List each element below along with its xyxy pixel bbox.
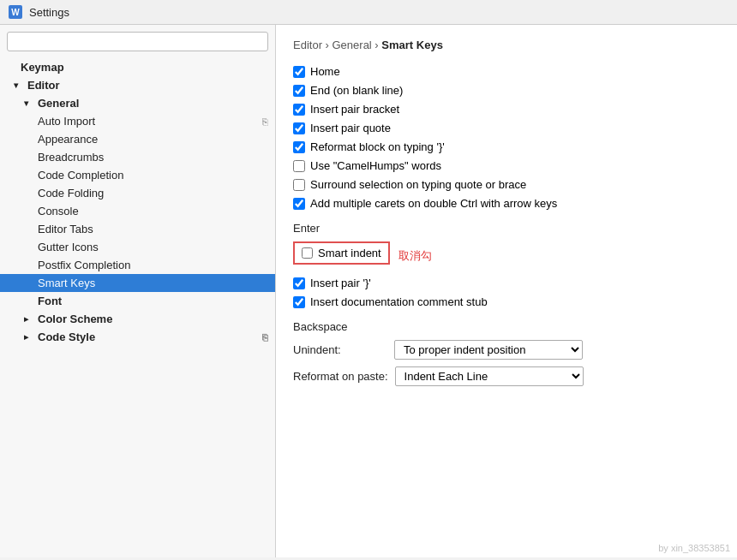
insert-pair-quote-label: Insert pair quote	[310, 122, 391, 134]
title-bar: W Settings	[0, 0, 737, 25]
chevron-right-icon	[24, 332, 34, 342]
home-label: Home	[310, 65, 340, 78]
checkbox-row-multiple-carets: Add multiple carets on double Ctrl with …	[293, 197, 720, 210]
smart-indent-checkbox[interactable]	[302, 247, 313, 259]
smart-indent-label: Smart indent	[318, 247, 381, 259]
reformat-block-checkbox[interactable]	[293, 141, 305, 153]
insert-doc-comment-label: Insert documentation comment stub	[310, 295, 488, 308]
unindent-select[interactable]: To proper indent positionTo previous ind…	[394, 340, 583, 360]
reformat-paste-label: Reformat on paste:	[293, 370, 388, 383]
search-input[interactable]	[7, 32, 268, 51]
backspace-section-label: Backspace	[293, 320, 720, 333]
sidebar-item-label: General	[38, 97, 79, 110]
sidebar-item-editor[interactable]: Editor	[0, 76, 275, 94]
sidebar-item-label: Appearance	[38, 133, 98, 146]
sidebar-item-font[interactable]: Font	[0, 292, 275, 310]
breadcrumb-path: Editor › General ›	[293, 39, 381, 51]
main-layout: KeymapEditorGeneralAuto Import⎘Appearanc…	[0, 25, 737, 557]
sidebar-item-editor-tabs[interactable]: Editor Tabs	[0, 220, 275, 238]
sidebar-item-code-style[interactable]: Code Style⎘	[0, 328, 275, 346]
smart-indent-row: Smart indent	[293, 241, 390, 265]
checkbox-row-camelhumps: Use "CamelHumps" words	[293, 159, 720, 172]
insert-pair-bracket-label: Insert pair bracket	[310, 103, 399, 116]
sidebar-item-console[interactable]: Console	[0, 202, 275, 220]
sidebar-item-label: Breadcrumbs	[38, 151, 104, 164]
checkbox-row-insert-pair-brace: Insert pair '}'	[293, 277, 720, 289]
page-icon: ⎘	[262, 116, 268, 127]
sidebar-item-code-completion[interactable]: Code Completion	[0, 166, 275, 184]
sidebar-item-appearance[interactable]: Appearance	[0, 130, 275, 148]
form-row-reformat-paste: Reformat on paste:Indent Each LineNone	[293, 366, 720, 386]
sidebar-item-code-folding[interactable]: Code Folding	[0, 184, 275, 202]
checkbox-row-surround-selection: Surround selection on typing quote or br…	[293, 178, 720, 191]
checkbox-row-insert-pair-quote: Insert pair quote	[293, 122, 720, 134]
sidebar-item-label: Code Folding	[38, 187, 104, 200]
sidebar-item-label: Font	[38, 295, 62, 307]
enter-section-label: Enter	[293, 222, 720, 235]
window-title: Settings	[29, 6, 69, 19]
sidebar-item-label: Editor Tabs	[38, 223, 93, 235]
sidebar: KeymapEditorGeneralAuto Import⎘Appearanc…	[0, 25, 276, 557]
sidebar-item-label: Auto Import	[38, 115, 95, 128]
insert-doc-comment-checkbox[interactable]	[293, 296, 305, 308]
sidebar-item-label: Console	[38, 205, 79, 217]
sidebar-item-color-scheme[interactable]: Color Scheme	[0, 310, 275, 328]
page-icon: ⎘	[262, 332, 268, 343]
insert-pair-brace-checkbox[interactable]	[293, 277, 305, 289]
chevron-down-icon	[24, 98, 34, 108]
unindent-label: Unindent:	[293, 343, 387, 356]
sidebar-item-label: Postfix Completion	[38, 259, 130, 271]
checkbox-row-home: Home	[293, 65, 720, 78]
sidebar-tree: KeymapEditorGeneralAuto Import⎘Appearanc…	[0, 57, 275, 557]
form-row-unindent: Unindent:To proper indent positionTo pre…	[293, 340, 720, 360]
sidebar-item-label: Code Completion	[38, 169, 123, 182]
checkbox-row-insert-doc-comment: Insert documentation comment stub	[293, 295, 720, 308]
sidebar-item-label: Color Scheme	[38, 313, 112, 325]
sidebar-item-keymap[interactable]: Keymap	[0, 58, 275, 76]
sidebar-item-gutter-icons[interactable]: Gutter Icons	[0, 238, 275, 256]
checkbox-row-reformat-block: Reformat block on typing '}'	[293, 140, 720, 153]
camelhumps-label: Use "CamelHumps" words	[310, 159, 441, 172]
sidebar-item-smart-keys[interactable]: Smart Keys	[0, 274, 275, 292]
multiple-carets-checkbox[interactable]	[293, 198, 305, 210]
sidebar-item-label: Code Style	[38, 331, 95, 343]
chevron-down-icon	[14, 80, 24, 90]
checkbox-row-insert-pair-bracket: Insert pair bracket	[293, 103, 720, 116]
insert-pair-quote-checkbox[interactable]	[293, 122, 305, 134]
multiple-carets-label: Add multiple carets on double Ctrl with …	[310, 197, 557, 210]
end-blank-label: End (on blank line)	[310, 84, 403, 97]
home-checkbox[interactable]	[293, 66, 305, 78]
surround-selection-checkbox[interactable]	[293, 179, 305, 191]
annotation-text: 取消勾	[398, 248, 432, 264]
sidebar-item-label: Editor	[27, 79, 60, 92]
insert-pair-bracket-checkbox[interactable]	[293, 104, 305, 116]
sidebar-item-auto-import[interactable]: Auto Import⎘	[0, 112, 275, 130]
surround-selection-label: Surround selection on typing quote or br…	[310, 178, 526, 191]
sidebar-item-postfix-completion[interactable]: Postfix Completion	[0, 256, 275, 274]
checkbox-row-end-blank: End (on blank line)	[293, 84, 720, 97]
breadcrumb: Editor › General › Smart Keys	[293, 39, 720, 51]
sidebar-item-general[interactable]: General	[0, 94, 275, 112]
reformat-paste-select[interactable]: Indent Each LineNone	[395, 366, 584, 386]
sidebar-item-label: Gutter Icons	[38, 241, 99, 253]
breadcrumb-current: Smart Keys	[381, 39, 443, 51]
sidebar-item-breadcrumbs[interactable]: Breadcrumbs	[0, 148, 275, 166]
end-blank-checkbox[interactable]	[293, 85, 305, 97]
app-icon: W	[9, 5, 22, 19]
sidebar-item-label: Keymap	[21, 61, 64, 74]
reformat-block-label: Reformat block on typing '}'	[310, 140, 445, 153]
sidebar-item-label: Smart Keys	[38, 277, 95, 289]
camelhumps-checkbox[interactable]	[293, 160, 305, 172]
insert-pair-brace-label: Insert pair '}'	[310, 277, 371, 289]
content-panel: Editor › General › Smart Keys HomeEnd (o…	[276, 25, 737, 557]
chevron-right-icon	[24, 314, 34, 324]
